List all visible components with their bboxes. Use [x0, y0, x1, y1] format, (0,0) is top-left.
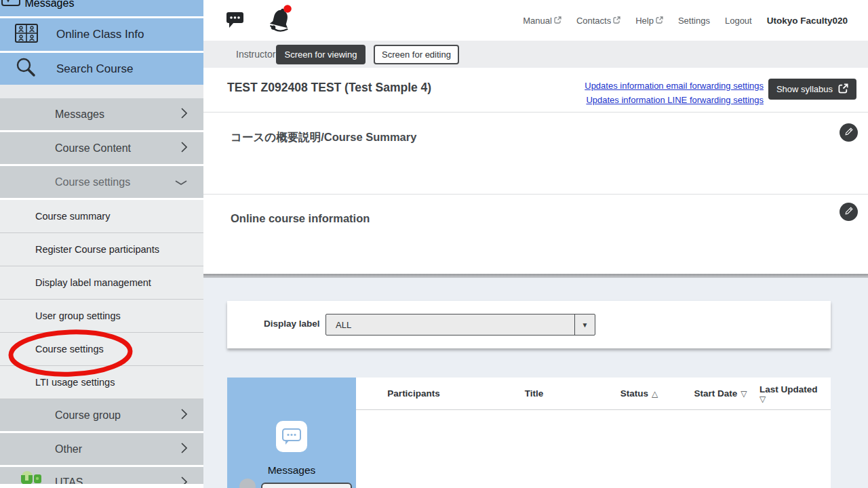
- sidebar-item-course-settings[interactable]: Course settings: [0, 333, 203, 366]
- nav-settings-link[interactable]: Settings: [678, 16, 710, 26]
- col-participants: Participants: [356, 378, 471, 409]
- display-label-select[interactable]: ALL ▼: [326, 314, 595, 336]
- chevron-right-icon: [181, 142, 187, 155]
- sidebar-group-course-content[interactable]: Course Content: [0, 132, 203, 164]
- sidebar-item-messages-top[interactable]: Messages: [0, 0, 203, 16]
- sidebar-submenu-course-settings: Course summary Register Course participa…: [0, 200, 203, 399]
- view-tab-bar: Instructor Screen for viewing Screen for…: [203, 41, 868, 68]
- table-body-empty: [356, 410, 831, 488]
- tile-label: Messages: [227, 464, 356, 476]
- sidebar-item-display-label-management[interactable]: Display label management: [0, 266, 203, 300]
- external-link-icon: [838, 83, 848, 96]
- show-syllabus-button[interactable]: Show syllabus: [768, 79, 856, 100]
- col-status-sort[interactable]: Status △: [597, 378, 682, 409]
- sidebar-item-label: Search Course: [56, 62, 133, 76]
- chevron-right-icon: [181, 409, 187, 422]
- course-summary-heading: コースの概要説明/Course Summary: [231, 130, 416, 145]
- sidebar-group-messages[interactable]: Messages: [0, 98, 203, 130]
- sidebar-group-course-settings[interactable]: Course settings: [0, 166, 203, 198]
- sidebar-item-label: Messages: [24, 0, 74, 9]
- online-course-info-section: Online course information: [203, 195, 868, 274]
- display-label-filter-panel: Display label ALL ▼: [227, 301, 831, 348]
- nav-manual-link[interactable]: Manual: [523, 16, 561, 26]
- top-toolbar: Manual Contacts Help Settings Logout U: [203, 0, 868, 41]
- utas-logo-icon: [19, 471, 43, 484]
- sidebar-item-lti-usage-settings[interactable]: LTI usage settings: [0, 366, 203, 399]
- chat-bubble-icon: [276, 421, 307, 452]
- group-label: UTAS: [55, 476, 83, 484]
- sort-desc-icon: ▽: [760, 394, 766, 404]
- sort-desc-icon: ▽: [741, 389, 747, 399]
- sidebar-item-register-course-participants[interactable]: Register Course participants: [0, 233, 203, 266]
- chevron-right-icon: [181, 443, 187, 456]
- notes-icon: [0, 0, 24, 9]
- role-label: Instructor: [236, 49, 275, 60]
- sidebar-item-label: Online Class Info: [56, 28, 144, 41]
- search-icon: [15, 57, 37, 81]
- group-label: Course Content: [55, 142, 131, 155]
- edit-course-summary-button[interactable]: [840, 123, 858, 142]
- nav-help-link[interactable]: Help: [635, 16, 663, 26]
- lms-page: Messages Online Class Info Search Course…: [0, 0, 868, 488]
- group-label: Other: [55, 443, 82, 455]
- screen-for-editing-button[interactable]: Screen for editing: [374, 45, 459, 64]
- sidebar-group-other[interactable]: Other: [0, 433, 203, 465]
- email-forwarding-settings-link[interactable]: Updates information email forwarding set…: [585, 81, 764, 91]
- col-last-updated-sort[interactable]: Last Updated ▽: [760, 378, 827, 409]
- sidebar-item-course-summary[interactable]: Course summary: [0, 200, 203, 233]
- dropdown-arrow-icon: ▼: [574, 314, 595, 335]
- course-title: TEST Z092408 TEST (Test Sample 4): [227, 81, 431, 95]
- line-forwarding-settings-link[interactable]: Updates information LINE forwarding sett…: [586, 95, 764, 105]
- chevron-right-icon: [181, 108, 187, 121]
- messages-tile[interactable]: Messages: [227, 378, 356, 488]
- course-header: TEST Z092408 TEST (Test Sample 4) Update…: [203, 68, 868, 113]
- class-grid-icon: [15, 24, 38, 45]
- partial-button-control[interactable]: [261, 483, 352, 488]
- chat-bubble-icon[interactable]: [226, 12, 244, 31]
- sort-asc-icon: △: [652, 389, 658, 399]
- group-label: Course group: [55, 409, 121, 422]
- partial-circle-control[interactable]: [239, 479, 256, 488]
- forwarding-links: Updates information email forwarding set…: [585, 81, 764, 105]
- col-title: Title: [471, 378, 597, 409]
- nav-logout-link[interactable]: Logout: [725, 16, 752, 26]
- external-link-icon: [554, 16, 561, 26]
- course-summary-section: コースの概要説明/Course Summary: [203, 113, 868, 195]
- edit-online-course-info-button[interactable]: [840, 203, 858, 221]
- external-link-icon: [613, 16, 620, 26]
- selected-option: ALL: [336, 320, 351, 330]
- sidebar-group-course-group[interactable]: Course group: [0, 399, 203, 431]
- chevron-right-icon: [181, 476, 187, 484]
- pencil-icon: [844, 127, 854, 138]
- sidebar-item-online-class-info[interactable]: Online Class Info: [0, 18, 203, 51]
- sidebar-group-utas[interactable]: UTAS: [0, 467, 203, 484]
- sidebar: Messages Online Class Info Search Course…: [0, 0, 203, 488]
- sidebar-item-user-group-settings[interactable]: User group settings: [0, 300, 203, 333]
- online-course-info-heading: Online course information: [231, 212, 370, 225]
- nav-contacts-link[interactable]: Contacts: [576, 16, 620, 26]
- top-nav: Manual Contacts Help Settings Logout U: [523, 0, 868, 41]
- pencil-icon: [844, 206, 854, 218]
- messages-table: Participants Title Status △ Start Date ▽: [356, 378, 831, 488]
- group-label: Messages: [55, 108, 104, 121]
- bell-icon[interactable]: [268, 4, 294, 37]
- messages-panel-area: Display label ALL ▼ Messages Participant…: [203, 278, 868, 488]
- display-label-caption: Display label: [264, 319, 320, 329]
- table-header-row: Participants Title Status △ Start Date ▽: [356, 378, 831, 410]
- screen-for-viewing-button[interactable]: Screen for viewing: [276, 45, 366, 64]
- sidebar-item-search-course[interactable]: Search Course: [0, 53, 203, 85]
- external-link-icon: [656, 16, 663, 26]
- col-start-date-sort[interactable]: Start Date ▽: [682, 378, 760, 409]
- group-label: Course settings: [55, 176, 130, 188]
- main-content: Manual Contacts Help Settings Logout U: [203, 0, 868, 488]
- user-name: Utokyo Faculty020: [767, 16, 848, 26]
- chevron-down-icon: [175, 176, 187, 188]
